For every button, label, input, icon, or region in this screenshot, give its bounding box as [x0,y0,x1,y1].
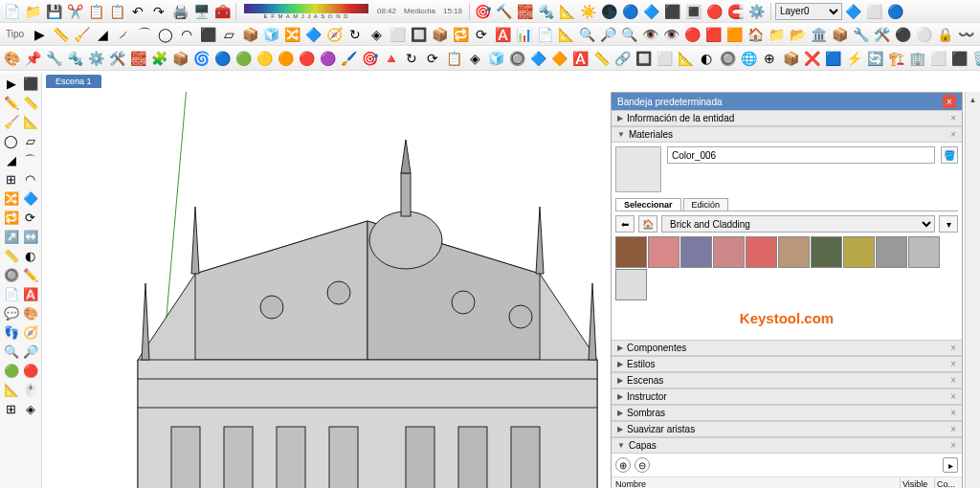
toolbar-icon[interactable]: ⬜ [928,49,947,68]
toolbar-icon[interactable]: 🏗️ [886,49,905,68]
toolbar-icon[interactable]: 🧲 [726,2,746,21]
toolbar-icon[interactable]: 🔺 [381,49,400,68]
toolbar-icon[interactable]: 🛠️ [107,49,126,68]
toolbar-icon[interactable]: 🎯 [474,2,493,21]
toolbar-icon[interactable]: ↻ [345,25,365,44]
toolbar-icon[interactable]: ☀️ [579,2,598,21]
tool-icon[interactable]: ↗️ [2,228,20,246]
toolbar-icon[interactable]: 📐 [676,49,695,68]
toolbar-icon[interactable]: ✂️ [65,2,84,21]
material-swatch[interactable] [746,236,777,268]
toolbar-icon[interactable]: ⊕ [760,49,779,68]
material-preview[interactable] [615,146,661,192]
toolbar-icon[interactable]: 🗑️ [970,49,980,68]
toolbar-icon[interactable]: 🔘 [507,49,526,68]
tool-icon[interactable]: 🎨 [21,304,39,322]
tool-icon[interactable]: ⊞ [2,400,20,418]
toolbar-icon[interactable]: ◈ [465,49,484,68]
toolbar-icon[interactable]: 🖨️ [170,2,189,21]
nav-home-icon[interactable]: 🏠 [638,215,657,233]
close-icon[interactable]: × [943,95,956,108]
layer-menu-icon[interactable]: ▸ [943,457,958,473]
tool-icon[interactable]: 🟢 [2,362,20,380]
toolbar-icon[interactable]: ⚙️ [86,49,105,68]
panel-materials[interactable]: ▼Materiales× [612,126,962,143]
nav-back-icon[interactable]: ⬅ [615,215,635,233]
material-swatch[interactable] [648,236,679,268]
toolbar-icon[interactable]: 🏢 [907,49,926,68]
toolbar-icon[interactable]: 📂 [788,25,807,44]
panel-entity-info[interactable]: ▶Información de la entidad× [612,110,962,126]
toolbar-icon[interactable]: 📏 [591,49,611,68]
toolbar-icon[interactable]: 🟣 [318,49,337,68]
toolbar-icon[interactable]: 🛠️ [872,25,891,44]
tool-icon[interactable]: ✏️ [2,94,20,112]
toolbar-icon[interactable]: 🌀 [191,49,211,68]
toolbar-icon[interactable]: ⟋ [114,25,133,44]
toolbar-icon[interactable]: 🔗 [612,49,632,68]
toolbar-icon[interactable]: 🟧 [724,25,744,44]
toolbar-icon[interactable]: 🧱 [128,49,147,68]
col-color[interactable]: Co... [935,477,962,488]
toolbar-icon[interactable]: 📋 [107,2,126,21]
material-swatch[interactable] [615,236,647,268]
material-swatch[interactable] [713,236,745,268]
toolbar-icon[interactable]: 🧩 [149,49,168,68]
toolbar-icon[interactable]: 🔷 [642,2,661,21]
material-category-select[interactable]: Brick and Cladding [661,215,935,233]
toolbar-icon[interactable]: 🖥️ [191,2,211,21]
toolbar-icon[interactable]: 🔩 [65,49,84,68]
tool-icon[interactable]: 🔍 [2,343,20,361]
material-swatch[interactable] [811,236,842,268]
toolbar-icon[interactable]: 🔷 [844,2,863,21]
toolbar-icon[interactable]: 🔍 [577,25,596,44]
toolbar-icon[interactable]: 🔨 [495,2,514,21]
toolbar-icon[interactable]: 🔍 [619,25,638,44]
tool-icon[interactable]: ◢ [2,151,20,169]
toolbar-icon[interactable]: 🟠 [276,49,295,68]
toolbar-icon[interactable]: ⬛ [949,49,969,68]
toolbar-icon[interactable]: 🔶 [549,49,568,68]
toolbar-icon[interactable]: ▶ [30,25,49,44]
tool-icon[interactable]: 💬 [2,304,20,322]
toolbar-icon[interactable]: ⟳ [423,49,442,68]
toolbar-icon[interactable]: 📦 [830,25,849,44]
scroll-up-icon[interactable]: ▲ [966,92,980,107]
toolbar-icon[interactable]: 🔲 [634,49,653,68]
toolbar-icon[interactable]: ⚡ [844,49,863,68]
panel-shadows[interactable]: ▶Sombras× [612,405,962,421]
toolbar-icon[interactable]: 🔳 [684,2,703,21]
toolbar-icon[interactable]: 📊 [514,25,533,44]
tool-icon[interactable]: 🔷 [21,189,39,208]
toolbar-icon[interactable]: 📦 [430,25,449,44]
tool-icon[interactable]: 🔘 [2,266,20,284]
tool-icon[interactable]: 👣 [2,323,20,342]
toolbar-icon[interactable]: ◐ [697,49,716,68]
toolbar-icon[interactable]: 🟡 [255,49,274,68]
toolbar-icon[interactable]: ◯ [156,25,175,44]
tool-icon[interactable]: 🔎 [21,343,39,361]
remove-layer-icon[interactable]: ⊖ [635,457,650,473]
toolbar-icon[interactable]: 📄 [535,25,554,44]
scene-tab[interactable]: Escena 1 [46,75,101,88]
toolbar-icon[interactable]: 🧊 [486,49,505,68]
tray-scrollbar[interactable]: ▲ [965,92,980,488]
toolbar-icon[interactable]: 🔴 [705,2,724,21]
tool-icon[interactable]: 📄 [2,285,20,303]
toolbar-icon[interactable]: 🔷 [303,25,323,44]
viewport[interactable]: Escena 1 [42,73,980,488]
tool-icon[interactable]: 📏 [21,94,39,112]
toolbar-icon[interactable]: 🧹 [72,25,91,44]
material-swatch[interactable] [843,236,875,268]
toolbar-icon[interactable]: 🧊 [261,25,280,44]
material-name-input[interactable] [667,146,935,164]
toolbar-icon[interactable]: ◈ [367,25,386,44]
material-swatch[interactable] [876,236,907,268]
tool-icon[interactable]: 🔴 [21,362,39,380]
toolbar-icon[interactable]: 🔎 [598,25,617,44]
shadow-time-slider[interactable]: E F M A M J J A S O N D [244,4,368,19]
toolbar-icon[interactable]: ⬛ [663,2,682,21]
toolbar-icon[interactable]: ⚙️ [747,2,767,21]
tray-titlebar[interactable]: Bandeja predeterminada × [612,93,962,110]
toolbar-icon[interactable]: 🔁 [451,25,470,44]
